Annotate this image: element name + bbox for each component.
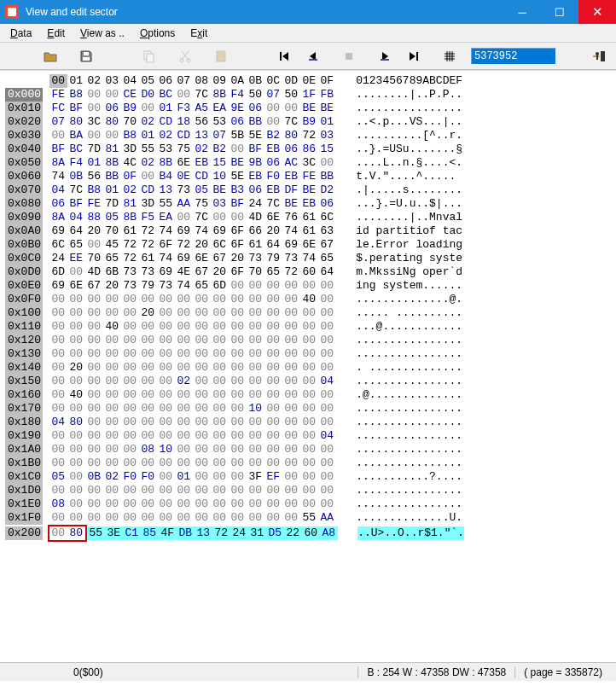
svg-rect-11: [601, 51, 605, 61]
stop-icon[interactable]: [336, 44, 362, 68]
first-icon[interactable]: [271, 44, 297, 68]
save-icon[interactable]: [73, 44, 99, 68]
goto-input[interactable]: [471, 48, 556, 65]
menubar: Data Edit View as .. Options Exit: [0, 24, 616, 43]
svg-rect-1: [83, 57, 90, 61]
menu-viewas[interactable]: View as ..: [73, 26, 131, 41]
open-icon[interactable]: [38, 44, 63, 68]
svg-rect-3: [147, 54, 154, 62]
svg-rect-13: [596, 55, 598, 60]
menu-options[interactable]: Options: [133, 26, 182, 41]
copy-icon[interactable]: [137, 44, 162, 68]
hex-view[interactable]: 000102030405060708090A0B0C0D0E0F 0123456…: [0, 70, 616, 662]
prev-icon[interactable]: [300, 44, 326, 68]
app-icon: [5, 5, 19, 19]
status-offset: 0($00): [5, 666, 112, 678]
grid-icon[interactable]: [437, 44, 462, 68]
svg-rect-0: [84, 52, 89, 55]
close-button[interactable]: ✕: [578, 0, 616, 24]
next-icon[interactable]: [372, 44, 398, 68]
exit-icon[interactable]: [587, 44, 613, 68]
svg-rect-7: [218, 50, 224, 53]
window-title: View and edit sector: [26, 6, 503, 18]
menu-edit[interactable]: Edit: [40, 26, 72, 41]
svg-rect-9: [346, 53, 352, 60]
status-values: B : 254 W : 47358 DW : 47358: [357, 666, 514, 678]
maximize-button[interactable]: ☐: [541, 0, 578, 24]
last-icon[interactable]: [401, 44, 427, 68]
titlebar: View and edit sector ─ ☐ ✕: [0, 0, 616, 24]
status-page: ( page = 335872): [514, 666, 611, 678]
statusbar: 0($00) B : 254 W : 47358 DW : 47358 ( pa…: [0, 662, 616, 681]
svg-rect-10: [381, 59, 389, 61]
toolbar: [0, 43, 616, 70]
menu-exit[interactable]: Exit: [183, 26, 214, 41]
menu-data[interactable]: Data: [3, 26, 38, 41]
paste-icon[interactable]: [208, 44, 234, 68]
svg-rect-8: [309, 59, 317, 61]
minimize-button[interactable]: ─: [503, 0, 541, 24]
cut-icon[interactable]: [172, 44, 198, 68]
